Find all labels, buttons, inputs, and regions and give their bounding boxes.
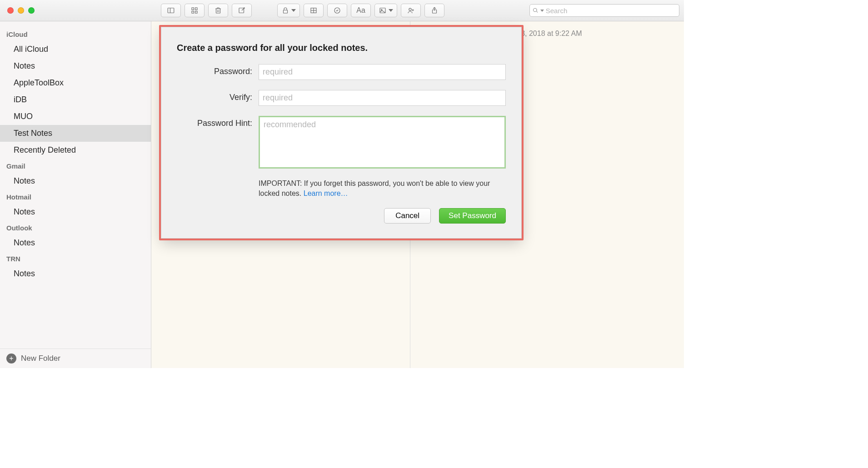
- text-style-button[interactable]: Aa: [351, 4, 371, 17]
- sidebar-section-icloud: iCloud: [0, 27, 151, 41]
- table-icon: [309, 6, 318, 15]
- media-button[interactable]: [374, 4, 397, 17]
- sidebar-item-all-icloud[interactable]: All iCloud: [0, 41, 151, 58]
- sidebar-section-outlook: Outlook: [0, 220, 151, 234]
- password-hint-input[interactable]: [259, 116, 506, 169]
- cancel-button[interactable]: Cancel: [384, 208, 431, 224]
- sidebar-item-notes[interactable]: Notes: [0, 58, 151, 75]
- plus-circle-icon: +: [6, 353, 16, 363]
- sidebar-item-recently-deleted[interactable]: Recently Deleted: [0, 142, 151, 159]
- sidebar-item-muo[interactable]: MUO: [0, 108, 151, 125]
- dialog-heading: Create a password for all your locked no…: [177, 43, 506, 53]
- svg-rect-4: [192, 11, 194, 14]
- sidebar-toggle-button[interactable]: [161, 4, 181, 17]
- compose-icon: [238, 6, 246, 15]
- password-input[interactable]: [259, 64, 506, 80]
- checklist-button[interactable]: [327, 4, 347, 17]
- svg-point-16: [409, 8, 411, 10]
- sidebar-item-gmail-notes[interactable]: Notes: [0, 173, 151, 189]
- sidebar-section-hotmail: Hotmail: [0, 189, 151, 204]
- share-icon: [430, 6, 439, 15]
- search-input[interactable]: [546, 7, 676, 15]
- check-circle-icon: [333, 6, 341, 15]
- sidebar-item-hotmail-notes[interactable]: Notes: [0, 204, 151, 220]
- add-person-icon: [407, 6, 415, 15]
- create-password-dialog: Create a password for all your locked no…: [161, 27, 522, 239]
- chevron-down-icon: [389, 9, 393, 12]
- sidebar-item-outlook-notes[interactable]: Notes: [0, 234, 151, 251]
- dialog-warning-text: IMPORTANT: If you forget this password, …: [259, 179, 490, 197]
- search-icon: [533, 7, 539, 14]
- chevron-down-icon: [291, 9, 296, 12]
- toolbar-group-view: [161, 4, 252, 17]
- minimize-window-button[interactable]: [18, 7, 24, 14]
- set-password-button[interactable]: Set Password: [439, 208, 506, 224]
- sidebar-item-appletoolbox[interactable]: AppleToolBox: [0, 75, 151, 91]
- titlebar: Aa: [0, 0, 684, 21]
- toolbar-group-format: Aa: [277, 4, 444, 17]
- new-folder-label: New Folder: [21, 354, 60, 363]
- learn-more-link[interactable]: Learn more…: [304, 189, 348, 197]
- verify-input[interactable]: [259, 90, 506, 106]
- sidebar-item-test-notes[interactable]: Test Notes: [0, 125, 151, 142]
- dialog-actions: Cancel Set Password: [177, 208, 506, 224]
- sidebar-section-gmail: Gmail: [0, 159, 151, 173]
- close-window-button[interactable]: [7, 7, 14, 14]
- sidebar-item-trn-notes[interactable]: Notes: [0, 265, 151, 282]
- sidebar-item-idb[interactable]: iDB: [0, 91, 151, 108]
- text-aa-icon: Aa: [356, 6, 365, 15]
- grid-view-button[interactable]: [185, 4, 205, 17]
- dialog-warning: IMPORTANT: If you forget this password, …: [259, 179, 506, 198]
- trash-icon: [214, 6, 222, 15]
- add-people-button[interactable]: [401, 4, 421, 17]
- zoom-window-button[interactable]: [28, 7, 35, 14]
- share-button[interactable]: [424, 4, 444, 17]
- grid-icon: [190, 6, 199, 15]
- verify-label: Verify:: [177, 90, 259, 102]
- svg-rect-9: [284, 10, 288, 13]
- traffic-lights: [5, 7, 40, 14]
- svg-rect-2: [192, 8, 194, 10]
- svg-rect-5: [195, 11, 198, 14]
- new-folder-button[interactable]: + New Folder: [0, 349, 151, 368]
- svg-rect-0: [168, 8, 174, 13]
- chevron-down-icon: [540, 10, 544, 12]
- photo-icon: [379, 6, 387, 15]
- password-label: Password:: [177, 64, 259, 76]
- svg-rect-3: [195, 8, 198, 10]
- table-button[interactable]: [304, 4, 324, 17]
- new-note-button[interactable]: [232, 4, 252, 17]
- sidebar: iCloud All iCloud Notes AppleToolBox iDB…: [0, 21, 151, 368]
- lock-note-button[interactable]: [277, 4, 300, 17]
- search-field[interactable]: [529, 4, 679, 17]
- hint-label: Password Hint:: [177, 116, 259, 128]
- sidebar-section-trn: TRN: [0, 251, 151, 265]
- svg-point-15: [381, 9, 382, 10]
- lock-icon: [281, 6, 289, 15]
- sidebar-icon: [167, 6, 175, 15]
- delete-note-button[interactable]: [208, 4, 228, 17]
